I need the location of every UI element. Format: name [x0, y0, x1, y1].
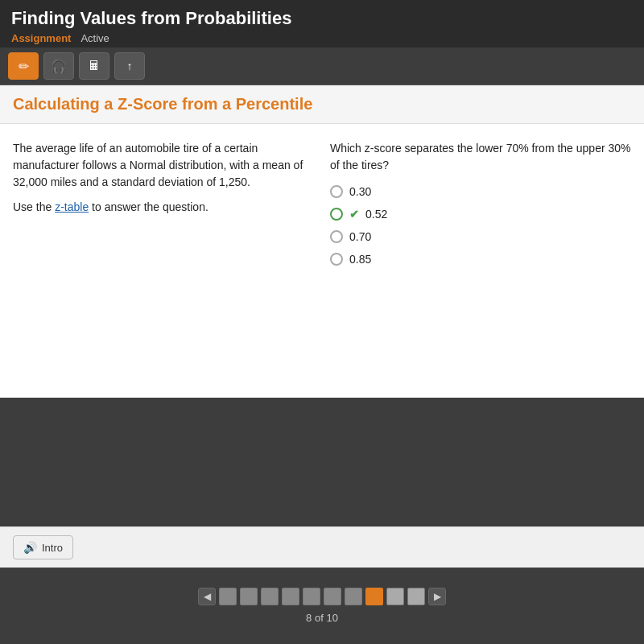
problem-text-2: Use the z-table to answer the question.: [13, 199, 314, 216]
question-right: Which z-score separates the lower 70% fr…: [330, 140, 631, 382]
bottom-bar: 🔊 Intro: [0, 526, 644, 568]
page-counter: 8 of 10: [306, 612, 338, 624]
calculator-button[interactable]: 🖩: [79, 52, 109, 80]
active-label: Active: [80, 32, 109, 44]
problem-text-1: The average life of an automobile tire o…: [13, 140, 314, 191]
pencil-button[interactable]: ✏: [8, 52, 39, 80]
next-arrow[interactable]: ▶: [428, 588, 446, 605]
page-dot-4[interactable]: [282, 588, 299, 605]
option-1[interactable]: 0.30: [330, 185, 631, 198]
intro-button[interactable]: 🔊 Intro: [13, 535, 73, 559]
page-title: Finding Values from Probabilities: [11, 8, 633, 29]
top-header: Finding Values from Probabilities Assign…: [0, 0, 644, 47]
upload-button[interactable]: ↑: [114, 52, 145, 80]
toolbar: ✏ 🎧 🖩 ↑: [0, 47, 644, 85]
headphones-button[interactable]: 🎧: [43, 52, 74, 80]
header-meta: Assignment Active: [11, 32, 633, 44]
prev-arrow[interactable]: ◀: [198, 588, 216, 605]
page-dot-5[interactable]: [303, 588, 320, 605]
use-text: Use the: [13, 200, 52, 213]
page-dot-8[interactable]: [365, 588, 383, 605]
question-body: The average life of an automobile tire o…: [0, 124, 644, 398]
pencil-icon: ✏: [19, 59, 29, 74]
option-label-1: 0.30: [349, 185, 371, 198]
option-3[interactable]: 0.70: [330, 230, 631, 243]
option-2[interactable]: ✔ 0.52: [330, 208, 631, 221]
question-prompt: Which z-score separates the lower 70% fr…: [330, 140, 631, 174]
page-dot-6[interactable]: [324, 588, 341, 605]
radio-circle-1[interactable]: [330, 185, 343, 198]
upload-icon: ↑: [127, 60, 133, 72]
page-dot-7[interactable]: [345, 588, 362, 605]
radio-circle-4[interactable]: [330, 253, 343, 266]
main-content: Calculating a Z-Score from a Percentile …: [0, 85, 644, 398]
nav-bar: ◀ ▶ 8 of 10: [0, 568, 644, 644]
radio-circle-3[interactable]: [330, 230, 343, 243]
option-label-2: 0.52: [365, 208, 387, 221]
check-icon: ✔: [349, 208, 359, 221]
calculator-icon: 🖩: [88, 59, 101, 73]
speaker-icon: 🔊: [23, 541, 37, 554]
page-dots: ◀ ▶: [198, 588, 446, 605]
page-dot-10[interactable]: [407, 588, 425, 605]
question-title: Calculating a Z-Score from a Percentile: [13, 95, 631, 114]
option-label-4: 0.85: [349, 253, 371, 266]
z-table-link[interactable]: z-table: [55, 200, 89, 213]
intro-label: Intro: [42, 542, 63, 554]
page-dot-3[interactable]: [261, 588, 279, 605]
question-left: The average life of an automobile tire o…: [13, 140, 314, 382]
assignment-label: Assignment: [11, 32, 71, 44]
radio-circle-2[interactable]: [330, 208, 343, 221]
page-dot-9[interactable]: [386, 588, 404, 605]
question-header: Calculating a Z-Score from a Percentile: [0, 85, 644, 124]
option-label-3: 0.70: [349, 230, 371, 243]
page-dot-1[interactable]: [219, 588, 237, 605]
headphones-icon: 🎧: [51, 59, 67, 74]
answer-text: to answer the question.: [92, 200, 208, 213]
option-4[interactable]: 0.85: [330, 253, 631, 266]
page-dot-2[interactable]: [240, 588, 258, 605]
